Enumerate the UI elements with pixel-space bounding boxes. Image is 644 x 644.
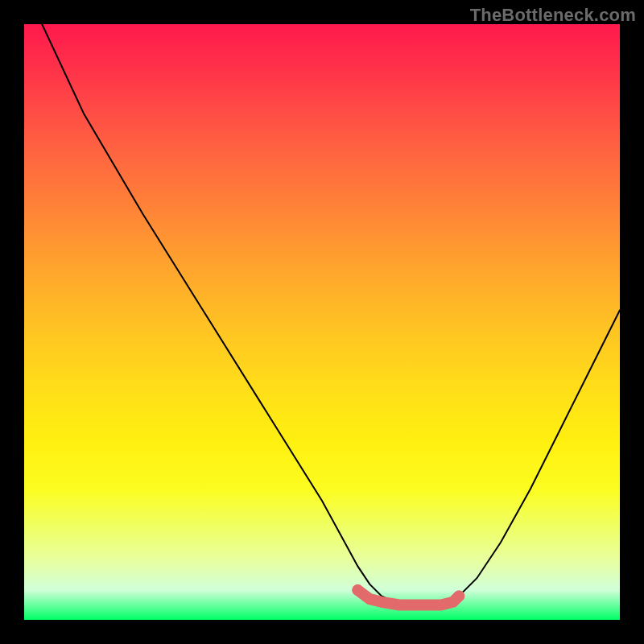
optimal-endpoint-left (352, 584, 363, 596)
chart-frame: TheBottleneck.com (0, 0, 644, 644)
optimal-endpoint-right (453, 590, 464, 601)
watermark-text: TheBottleneck.com (470, 5, 636, 26)
bottleneck-curve (42, 24, 620, 608)
curve-svg (24, 24, 620, 620)
plot-area (24, 24, 620, 620)
optimal-band (357, 590, 459, 605)
